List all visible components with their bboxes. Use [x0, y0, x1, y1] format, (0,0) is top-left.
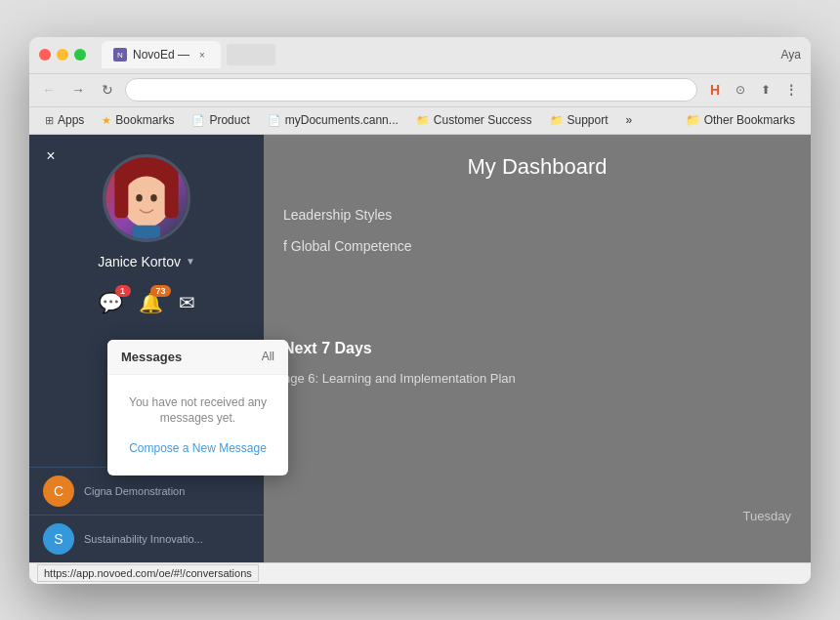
- course-name-cigna: Cigna Demonstration: [84, 485, 185, 497]
- nav-icons: H ⊙ ⬆ ⋮: [703, 78, 803, 102]
- browser-window: N NovoEd — × Aya ← → ↻ H ⊙ ⬆ ⋮ ⊞ Apps ★: [29, 37, 811, 584]
- messages-body: You have not received any messages yet. …: [107, 375, 288, 476]
- svg-point-2: [123, 176, 171, 227]
- avatar-svg: [105, 154, 188, 239]
- minimize-window-button[interactable]: [57, 49, 68, 61]
- course-item-text: f Global Competence: [283, 238, 412, 254]
- extensions-icon[interactable]: H: [703, 78, 727, 102]
- address-bar[interactable]: [125, 78, 697, 102]
- messages-title: Messages: [121, 350, 182, 364]
- traffic-lights: [39, 49, 86, 61]
- svg-point-6: [150, 194, 157, 201]
- back-button[interactable]: ←: [37, 78, 61, 102]
- close-window-button[interactable]: [39, 49, 51, 61]
- list-item[interactable]: S Sustainability Innovatio...: [29, 515, 264, 562]
- compose-link[interactable]: Compose a New Message: [129, 441, 267, 455]
- dashboard-title: My Dashboard: [264, 135, 811, 199]
- file-icon: 📄: [268, 114, 281, 127]
- new-tab-button[interactable]: [227, 44, 275, 65]
- bookmark-apps-label: Apps: [58, 113, 84, 127]
- bookmark-product-label: Product: [209, 113, 249, 127]
- reload-button[interactable]: ↻: [96, 78, 119, 102]
- list-item: f Global Competence: [283, 230, 791, 262]
- messages-all-link[interactable]: All: [262, 350, 274, 363]
- tab-area: N NovoEd — ×: [102, 41, 774, 68]
- bookmark-more[interactable]: »: [618, 111, 641, 129]
- sidebar-close-button[interactable]: ×: [39, 145, 63, 168]
- more-icon: »: [626, 113, 633, 127]
- course-avatar-cigna: C: [43, 475, 74, 507]
- title-bar: N NovoEd — × Aya: [29, 37, 811, 74]
- avatar-image: [105, 157, 188, 239]
- browser-content: ×: [29, 135, 811, 562]
- svg-rect-4: [165, 172, 179, 218]
- status-bar: https://app.novoed.com/oe/#!/conversatio…: [29, 562, 811, 584]
- tab-favicon: N: [113, 48, 127, 62]
- bookmark-my-documents-label: myDocuments.cann...: [285, 113, 399, 127]
- chat-badge: 1: [115, 285, 131, 297]
- bookmark-bookmarks-label: Bookmarks: [115, 113, 174, 127]
- maximize-window-button[interactable]: [74, 49, 86, 61]
- reader-icon[interactable]: ⊙: [729, 78, 752, 102]
- bookmark-bookmarks[interactable]: ★ Bookmarks: [94, 111, 182, 129]
- icon-bar: 💬 1 🔔 73 ✉: [29, 283, 264, 322]
- bookmark-support-label: Support: [567, 113, 609, 127]
- other-bookmarks-label: Other Bookmarks: [704, 113, 795, 127]
- star-icon: ★: [102, 114, 111, 127]
- share-icon[interactable]: ⬆: [754, 78, 777, 102]
- folder-icon-cs: 📁: [416, 114, 430, 127]
- upcoming-section: Next 7 Days nge 6: Learning and Implemen…: [264, 320, 811, 409]
- bookmark-my-documents[interactable]: 📄 myDocuments.cann...: [260, 111, 406, 129]
- document-icon: 📄: [191, 114, 205, 127]
- course-name-sustainability: Sustainability Innovatio...: [84, 533, 203, 545]
- list-item: Leadership Styles: [283, 199, 791, 230]
- course-avatar-sustainability: S: [43, 523, 74, 555]
- tab-title: NovoEd —: [133, 48, 189, 62]
- bookmark-other[interactable]: 📁 Other Bookmarks: [678, 111, 803, 129]
- user-name[interactable]: Janice Kortov ▼: [98, 254, 195, 269]
- active-tab[interactable]: N NovoEd — ×: [102, 41, 221, 68]
- list-item: nge 6: Learning and Implementation Plan: [283, 367, 791, 390]
- avatar: [103, 154, 190, 242]
- sidebar-courses: C Cigna Demonstration S Sustainability I…: [29, 467, 264, 562]
- notifications-icon-button[interactable]: 🔔 73: [139, 291, 163, 314]
- bookmark-support[interactable]: 📁 Support: [542, 111, 616, 129]
- svg-point-5: [136, 194, 143, 201]
- folder-icon-other: 📁: [686, 113, 700, 127]
- apps-icon: ⊞: [45, 114, 54, 127]
- messages-header: Messages All: [107, 340, 288, 375]
- bookmark-apps[interactable]: ⊞ Apps: [37, 111, 92, 129]
- messages-dropdown: Messages All You have not received any m…: [107, 340, 288, 476]
- tab-close-button[interactable]: ×: [195, 48, 209, 62]
- forward-button[interactable]: →: [66, 78, 90, 102]
- nav-bar: ← → ↻ H ⊙ ⬆ ⋮: [29, 74, 811, 107]
- upcoming-item-text: nge 6: Learning and Implementation Plan: [283, 371, 516, 386]
- no-messages-text: You have not received any messages yet.: [121, 394, 274, 428]
- user-caret-icon: ▼: [186, 256, 195, 267]
- envelope-icon: ✉: [179, 292, 195, 313]
- upcoming-title: Next 7 Days: [283, 340, 791, 357]
- menu-icon[interactable]: ⋮: [779, 78, 803, 102]
- notifications-badge: 73: [150, 285, 170, 297]
- bookmark-customer-success[interactable]: 📁 Customer Success: [408, 111, 540, 129]
- bookmarks-bar: ⊞ Apps ★ Bookmarks 📄 Product 📄 myDocumen…: [29, 107, 811, 135]
- messages-icon-button[interactable]: ✉: [179, 291, 195, 314]
- day-label: Tuesday: [743, 509, 791, 523]
- bookmark-customer-success-label: Customer Success: [434, 113, 532, 127]
- svg-rect-7: [133, 225, 160, 238]
- user-name-text: Janice Kortov: [98, 254, 181, 269]
- main-content: My Dashboard Leadership Styles f Global …: [264, 135, 811, 562]
- browser-user-label: Aya: [781, 48, 801, 62]
- course-list: Leadership Styles f Global Competence: [264, 199, 811, 262]
- url-tooltip: https://app.novoed.com/oe/#!/conversatio…: [37, 564, 259, 582]
- course-item-text: Leadership Styles: [283, 207, 392, 223]
- chat-icon-button[interactable]: 💬 1: [99, 291, 123, 314]
- folder-icon-support: 📁: [550, 114, 564, 127]
- svg-rect-3: [114, 172, 128, 218]
- bookmark-product[interactable]: 📄 Product: [184, 111, 257, 129]
